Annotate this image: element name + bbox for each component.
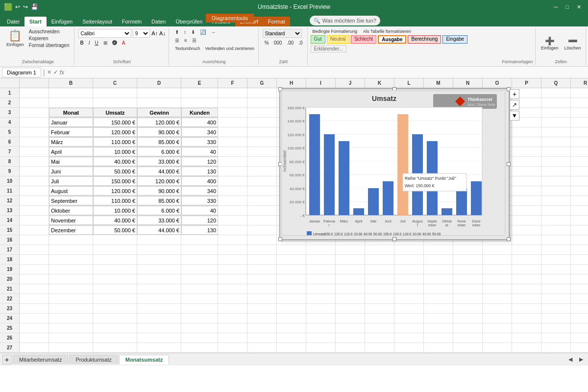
cell[interactable]	[218, 157, 247, 166]
cell[interactable]	[277, 304, 306, 313]
new-sheet-btn[interactable]: +	[2, 355, 12, 365]
cell[interactable]	[512, 294, 541, 303]
cell[interactable]	[365, 274, 394, 284]
cell[interactable]	[49, 284, 93, 294]
cell[interactable]	[512, 186, 541, 196]
col-header-a[interactable]	[20, 78, 49, 88]
cell[interactable]	[424, 255, 453, 264]
cell[interactable]	[541, 167, 571, 176]
cell[interactable]	[306, 323, 336, 333]
cell[interactable]	[512, 265, 541, 274]
cell[interactable]	[277, 343, 306, 352]
col-header-q[interactable]: Q	[541, 78, 571, 88]
cell[interactable]	[571, 176, 588, 186]
cell[interactable]	[541, 304, 571, 313]
cell[interactable]	[336, 255, 365, 264]
cell[interactable]	[93, 284, 137, 294]
cell[interactable]	[541, 216, 571, 225]
cell[interactable]	[277, 323, 306, 333]
cell[interactable]	[49, 314, 93, 323]
cell[interactable]	[247, 137, 277, 147]
confirm-formula-btn[interactable]: ✓	[53, 69, 58, 75]
col-header-f[interactable]: F	[218, 78, 247, 88]
col-header-i[interactable]: I	[306, 78, 336, 88]
cell[interactable]	[181, 255, 218, 264]
cell[interactable]	[453, 265, 483, 274]
cell[interactable]	[247, 98, 277, 107]
cell[interactable]	[365, 294, 394, 303]
cell[interactable]	[541, 206, 571, 215]
cell[interactable]	[218, 108, 247, 117]
cell[interactable]: 50.000 €	[93, 225, 137, 235]
cell[interactable]	[512, 216, 541, 225]
cell[interactable]	[571, 108, 588, 117]
style-schlecht[interactable]: Schlecht	[351, 35, 376, 44]
cell[interactable]	[483, 304, 512, 313]
scroll-left-btn[interactable]: ◀	[565, 356, 575, 363]
cell[interactable]	[93, 88, 137, 98]
cell[interactable]	[306, 294, 336, 303]
cell[interactable]	[571, 137, 588, 147]
cell[interactable]	[20, 98, 49, 107]
sheet-tab-produktumsatz[interactable]: Produktumsatz	[69, 355, 118, 364]
cell[interactable]	[93, 323, 137, 333]
cell[interactable]	[93, 343, 137, 352]
cell[interactable]: März	[49, 137, 93, 147]
cell[interactable]: 50.000 €	[93, 167, 137, 176]
style-erklaerend[interactable]: Erklärender...	[311, 45, 346, 52]
number-format-select[interactable]: Standard	[263, 29, 302, 38]
cell[interactable]	[218, 137, 247, 147]
cell[interactable]	[453, 314, 483, 323]
cell[interactable]	[247, 196, 277, 205]
table-row[interactable]: 19	[0, 265, 588, 274]
cell[interactable]	[541, 294, 571, 303]
cell[interactable]	[247, 225, 277, 235]
cell[interactable]	[49, 88, 93, 98]
bold-button[interactable]: B	[78, 40, 86, 46]
col-header-p[interactable]: P	[512, 78, 541, 88]
cell[interactable]: 33.000 €	[137, 216, 181, 225]
cell[interactable]	[571, 333, 588, 343]
table-row[interactable]: 23	[0, 304, 588, 314]
cell[interactable]	[181, 304, 218, 313]
cell[interactable]	[20, 127, 49, 137]
cell[interactable]: Februar	[49, 127, 93, 137]
cell[interactable]	[137, 235, 181, 245]
cell[interactable]	[49, 265, 93, 274]
cell[interactable]	[336, 333, 365, 343]
cell[interactable]	[247, 314, 277, 323]
col-header-g[interactable]: G	[247, 78, 277, 88]
cell[interactable]	[306, 265, 336, 274]
cell[interactable]	[571, 157, 588, 166]
cell[interactable]	[181, 314, 218, 323]
cell[interactable]	[181, 98, 218, 107]
underline-button[interactable]: U	[93, 40, 100, 46]
cell[interactable]	[512, 245, 541, 254]
cell[interactable]	[571, 284, 588, 294]
cell[interactable]	[483, 333, 512, 343]
cell[interactable]	[541, 284, 571, 294]
name-box[interactable]	[2, 68, 41, 77]
cell[interactable]	[424, 274, 453, 284]
close-btn[interactable]: ✕	[574, 4, 584, 10]
cell[interactable]	[453, 323, 483, 333]
cell[interactable]	[277, 255, 306, 264]
cell[interactable]	[571, 265, 588, 274]
col-header-e[interactable]: E	[181, 78, 218, 88]
cell[interactable]	[277, 333, 306, 343]
cell[interactable]	[365, 284, 394, 294]
cell[interactable]	[20, 196, 49, 205]
chart-zoom-plus-btn[interactable]: +	[510, 89, 519, 99]
comma-btn[interactable]: 000	[272, 40, 284, 46]
cell[interactable]	[181, 235, 218, 245]
cell[interactable]	[424, 294, 453, 303]
cell[interactable]	[218, 186, 247, 196]
cell[interactable]	[93, 235, 137, 245]
cell[interactable]	[394, 255, 424, 264]
col-header-o[interactable]: O	[483, 78, 512, 88]
cell[interactable]	[571, 323, 588, 333]
cell[interactable]	[20, 323, 49, 333]
cell[interactable]: 85.000 €	[137, 196, 181, 205]
cell[interactable]	[424, 245, 453, 254]
cell[interactable]: 400	[181, 176, 218, 186]
